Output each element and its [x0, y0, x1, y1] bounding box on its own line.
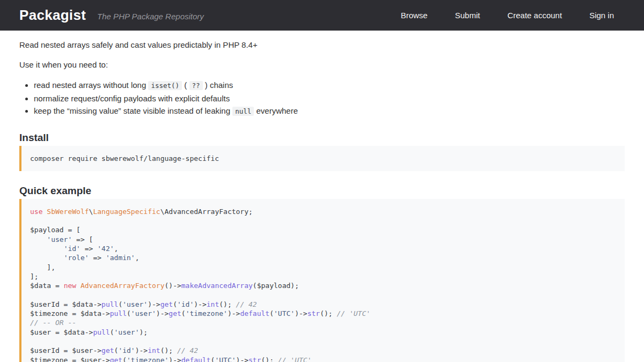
code-token: (	[181, 309, 186, 317]
use-case-item: read nested arrays without long isset() …	[34, 79, 625, 92]
nav-link-create-account[interactable]: Create account	[507, 11, 562, 20]
code-line: $timezone = $user->get('timezone')->defa…	[30, 356, 616, 362]
code-line: $payload = [	[30, 225, 616, 234]
code-token: )->	[295, 309, 307, 317]
navbar: Packagist The PHP Package Repository Bro…	[0, 0, 644, 31]
code-token: 'user'	[131, 309, 156, 317]
code-token: )->	[169, 356, 181, 362]
code-token: => [	[72, 235, 93, 243]
code-token: 'timezone'	[186, 309, 228, 317]
code-token: get	[160, 300, 173, 308]
code-token: 'role'	[64, 254, 89, 262]
code-line	[30, 337, 616, 346]
code-line: $userId = $data->pull('user')->get('id')…	[30, 300, 616, 309]
code-token: ];	[30, 272, 39, 280]
code-token: \AdvancedArrayFactory;	[160, 208, 253, 216]
bullet-text: (	[182, 80, 189, 90]
code-token: 'id'	[118, 346, 135, 354]
code-token: )->	[236, 356, 248, 362]
code-token: ();	[261, 356, 278, 362]
main-nav: BrowseSubmitCreate accountSign in	[401, 11, 614, 20]
code-token: 'id'	[177, 300, 194, 308]
code-token: // 42	[236, 300, 257, 308]
code-token: default	[240, 309, 269, 317]
code-token: pull	[110, 309, 127, 317]
code-token: 'timezone'	[127, 356, 169, 362]
code-token: get	[101, 346, 114, 354]
code-line: $data = new AdvancedArrayFactory()->make…	[30, 281, 616, 290]
code-line: 'user' => [	[30, 235, 616, 244]
code-token: (	[173, 300, 177, 308]
code-token: (	[122, 356, 127, 362]
code-token: )->	[156, 309, 169, 317]
code-token: 'user'	[114, 328, 140, 336]
nav-link-sign-in[interactable]: Sign in	[589, 11, 614, 20]
example-code: use SbWereWolf\LanguageSpecific\Advanced…	[30, 207, 616, 362]
code-token: $data =	[30, 282, 64, 290]
code-token: // 'UTC'	[278, 356, 312, 362]
site-tagline: The PHP Package Repository	[97, 12, 204, 21]
code-token: ,	[135, 254, 140, 262]
packagist-logo[interactable]: Packagist	[19, 7, 86, 24]
code-line	[30, 216, 616, 225]
code-token: int	[148, 346, 160, 354]
code-token: $user = $data->	[30, 328, 93, 336]
bullet-text: normalize request/config payloads with e…	[34, 94, 230, 103]
code-token	[30, 254, 64, 262]
code-token: makeAdvancedArray	[181, 282, 253, 290]
code-token: )->	[148, 300, 160, 308]
install-heading: Install	[19, 131, 625, 145]
code-line: $userId = $user->get('id')->int(); // 42	[30, 346, 616, 355]
nav-link-browse[interactable]: Browse	[401, 11, 428, 20]
code-token: 'id'	[64, 245, 80, 253]
code-token: =>	[89, 254, 106, 262]
install-code-block: composer require sbwerewolf/language-spe…	[19, 146, 625, 171]
use-case-item: normalize request/config payloads with e…	[34, 92, 625, 105]
quick-example-heading: Quick example	[19, 184, 625, 198]
code-token: // -- OR --	[30, 319, 76, 327]
code-token: '42'	[97, 245, 114, 253]
code-token: ();	[160, 346, 177, 354]
code-token: new	[64, 282, 76, 290]
code-token: $payload = [	[30, 226, 80, 234]
use-case-list: read nested arrays without long isset() …	[19, 79, 625, 118]
code-token: str	[248, 356, 261, 362]
code-token: (	[110, 328, 114, 336]
code-token: ($payload);	[253, 282, 299, 290]
code-line: $timezone = $data->pull('user')->get('ti…	[30, 309, 616, 318]
bullet-text: read nested arrays without long	[34, 80, 148, 90]
code-token: 'user'	[122, 300, 148, 308]
code-line: use SbWereWolf\LanguageSpecific\Advanced…	[30, 207, 616, 216]
code-token: AdvancedArrayFactory	[80, 282, 165, 290]
code-token: pull	[93, 328, 109, 336]
code-token: ,	[114, 245, 119, 253]
bullet-text: everywhere	[254, 106, 298, 115]
code-token: SbWereWolf	[47, 208, 89, 216]
nav-link-submit[interactable]: Submit	[455, 11, 480, 20]
code-token: =>	[80, 245, 97, 253]
code-token: $userId = $data->	[30, 300, 101, 308]
readme-content: Read nested arrays safely and cast value…	[0, 31, 644, 362]
code-line	[30, 290, 616, 299]
code-token: );	[140, 328, 148, 336]
code-token: )->	[228, 309, 240, 317]
code-token: $timezone = $user->	[30, 356, 110, 362]
code-token: )->	[135, 346, 148, 354]
code-token: )->	[194, 300, 206, 308]
code-token: use	[30, 208, 42, 216]
code-token: str	[308, 309, 320, 317]
bullet-text: ) chains	[203, 80, 233, 90]
code-token: 'admin'	[106, 254, 135, 262]
use-when-paragraph: Use it when you need to:	[19, 59, 625, 70]
code-token: ()->	[164, 282, 181, 290]
example-code-block: use SbWereWolf\LanguageSpecific\Advanced…	[19, 199, 625, 362]
code-token: 'UTC'	[274, 309, 295, 317]
inline-code: ??	[189, 81, 203, 90]
code-token: ],	[30, 263, 55, 271]
code-token: LanguageSpecific	[93, 208, 160, 216]
code-token: ();	[219, 300, 236, 308]
inline-code: isset()	[148, 81, 182, 90]
code-token: $userId = $user->	[30, 346, 101, 354]
code-token	[30, 235, 47, 243]
code-token: 'UTC'	[215, 356, 236, 362]
